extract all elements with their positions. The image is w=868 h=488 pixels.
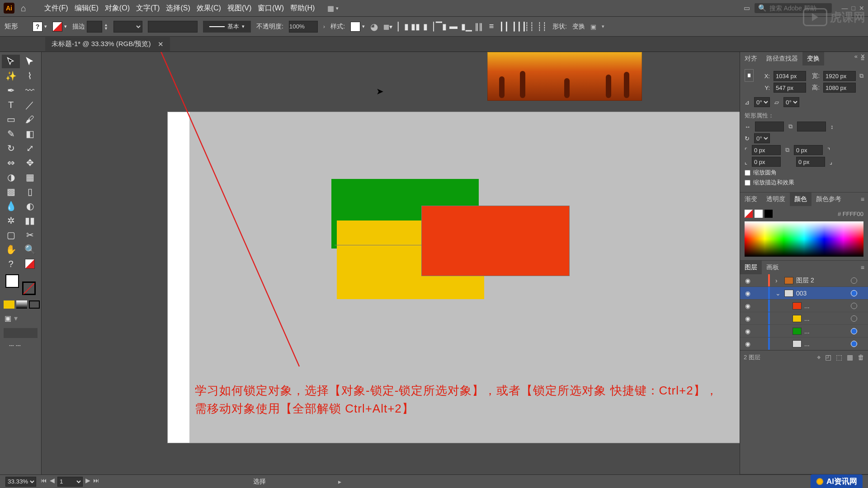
direct-selection-tool-icon[interactable] [21, 55, 39, 68]
menu-type[interactable]: 文字(T) [136, 4, 160, 13]
brush-basic[interactable]: 基本▾ [203, 21, 251, 33]
link-rect-icon[interactable]: ⧉ [788, 123, 793, 130]
fill-stroke-indicator[interactable] [4, 274, 38, 295]
stroke-weight-input[interactable] [87, 21, 102, 33]
link-corners-icon[interactable]: ⧉ [785, 146, 789, 154]
new-layer-icon[interactable]: ▦ [847, 353, 853, 361]
layer-target-icon[interactable] [851, 290, 857, 296]
arrange-documents-icon[interactable]: ▦ ▾ [327, 4, 339, 13]
graphic-style[interactable]: ▾ [350, 22, 365, 32]
var-width-profile[interactable] [113, 21, 142, 33]
corner-br-input[interactable] [796, 157, 825, 167]
curvature-tool-icon[interactable]: 〰 [21, 84, 39, 97]
panel-tab-artboards[interactable]: 画板 [762, 261, 783, 274]
artboard-number-select[interactable]: 1 [57, 477, 83, 487]
distribute-spacing-x-icon[interactable]: ┊┊ [524, 22, 534, 32]
lasso-tool-icon[interactable]: ⌇ [21, 69, 39, 83]
blend-tool-icon[interactable]: ◐ [21, 199, 39, 213]
stroke-weight[interactable]: 描边 ▲▼ [72, 21, 108, 33]
align-hcenter-icon[interactable]: ▮▮ [410, 22, 420, 32]
menu-file[interactable]: 文件(F) [44, 4, 68, 13]
paintbrush-tool-icon[interactable]: 🖌 [21, 113, 39, 126]
gradient-tool-icon[interactable]: ▯ [21, 185, 39, 198]
shaper-tool-icon[interactable]: ✎ [2, 127, 20, 141]
column-graph-tool-icon[interactable]: ▮▮ [21, 214, 39, 227]
last-artboard-icon[interactable]: ⏭ [93, 477, 99, 487]
layer-row[interactable]: ◉›图层 2 [740, 274, 868, 287]
fill-swatch[interactable]: ?▾ [33, 22, 47, 32]
layer-visibility-icon[interactable]: ◉ [743, 277, 753, 284]
panel-collapse-icon[interactable]: « [854, 53, 858, 60]
reference-point-selector[interactable] [745, 69, 754, 82]
status-flyout-icon[interactable]: ▸ [338, 478, 341, 485]
prev-artboard-icon[interactable]: ◀ [50, 477, 55, 487]
rect-rotate-input[interactable]: 0° [754, 133, 770, 143]
shear-input[interactable]: 0° [783, 97, 799, 107]
panel-close-icon[interactable]: ✕ [860, 53, 865, 60]
menu-help[interactable]: 帮助(H) [290, 4, 315, 13]
corner-tr-input[interactable] [794, 145, 823, 155]
color-mode-gradient-icon[interactable] [16, 300, 27, 309]
align-bottom-icon[interactable]: ▮▁ [461, 22, 471, 32]
layer-visibility-icon[interactable]: ◉ [743, 302, 753, 310]
menu-view[interactable]: 视图(V) [227, 4, 251, 13]
shape-rectangle-orange[interactable] [422, 206, 569, 276]
menu-edit[interactable]: 编辑(E) [75, 4, 99, 13]
zoom-select[interactable]: 33.33% [5, 477, 36, 487]
layer-row[interactable]: ◉... [740, 312, 868, 325]
link-wh-icon[interactable]: ⧉ [859, 72, 863, 80]
panel-tab-colorguide[interactable]: 颜色参考 [811, 192, 846, 206]
distribute-h-icon[interactable]: ∥∥ [474, 22, 484, 32]
document-tab[interactable]: 未标题-1* @ 33.33% (RGB/预览) ✕ [45, 37, 170, 51]
toggle-fillstroke-icon[interactable] [21, 257, 39, 271]
menu-select[interactable]: 选择(S) [166, 4, 190, 13]
layer-expand-icon[interactable]: ⌄ [775, 290, 782, 297]
panel-tab-color[interactable]: 颜色 [790, 192, 811, 206]
isolate-icon[interactable]: ▣ [590, 23, 596, 30]
rectangle-tool-icon[interactable]: ▭ [2, 113, 20, 126]
transform-menu-label[interactable]: 变换 [572, 23, 585, 31]
color-mode-selectors[interactable] [2, 299, 42, 310]
layer-expand-icon[interactable]: › [775, 277, 782, 284]
next-artboard-icon[interactable]: ▶ [85, 477, 90, 487]
layer-target-icon[interactable] [851, 328, 857, 334]
zoom-tool-icon[interactable]: 🔍 [21, 243, 39, 256]
panel-tab-transparency[interactable]: 透明度 [762, 192, 790, 206]
align-dropdown-icon[interactable]: ▦▾ [383, 23, 392, 30]
menu-object[interactable]: 对象(O) [105, 4, 130, 13]
color-mode-color-icon[interactable] [4, 300, 14, 309]
panel-group-controls[interactable]: «✕ [854, 53, 865, 60]
home-icon[interactable]: ⌂ [21, 3, 26, 14]
layer-visibility-icon[interactable]: ◉ [743, 328, 753, 335]
corner-tl-input[interactable] [752, 145, 781, 155]
artboard-tool-icon[interactable]: ▢ [2, 228, 20, 242]
shape-builder-tool-icon[interactable]: ◑ [2, 170, 20, 184]
black-swatch-icon[interactable] [764, 210, 773, 218]
canvas[interactable]: 学习如何锁定对象，选择【对象-锁定-锁定所选对象】，或者【锁定所选对象 快捷键：… [42, 52, 740, 474]
delete-layer-icon[interactable]: 🗑 [858, 353, 864, 361]
free-transform-tool-icon[interactable]: ✥ [21, 156, 39, 169]
toolbox-more-icon[interactable]: ┄┄ [2, 341, 23, 351]
eyedropper-tool-icon[interactable]: 💧 [2, 199, 20, 213]
layer-visibility-icon[interactable]: ◉ [743, 315, 753, 322]
panel-tab-gradient[interactable]: 渐变 [740, 192, 762, 206]
pen-tool-icon[interactable]: ✒ [2, 84, 20, 97]
layer-name-label[interactable]: ... [804, 328, 848, 335]
panel-tab-align[interactable]: 对齐 [740, 52, 762, 66]
distribute-spacing-v-icon[interactable]: ┃┃┃ [512, 22, 522, 32]
layer-name-label[interactable]: ... [804, 302, 848, 310]
symbol-sprayer-tool-icon[interactable]: ✲ [2, 214, 20, 227]
corner-bl-input[interactable] [752, 157, 781, 167]
layer-name-label[interactable]: ... [804, 315, 848, 322]
toolbox-help-icon[interactable]: ? [2, 257, 20, 271]
type-tool-icon[interactable]: T [2, 98, 20, 112]
panel-tab-transform[interactable]: 变换 [802, 52, 824, 66]
width-input[interactable] [823, 71, 856, 81]
color-spectrum[interactable] [745, 221, 863, 257]
placed-reference-image[interactable] [487, 52, 642, 101]
rotate-input[interactable]: 0° [754, 97, 770, 107]
edit-toolbar-button[interactable] [4, 328, 38, 338]
fill-none-swatch-icon[interactable] [745, 210, 753, 218]
close-tab-icon[interactable]: ✕ [158, 40, 164, 48]
x-input[interactable] [774, 71, 806, 81]
